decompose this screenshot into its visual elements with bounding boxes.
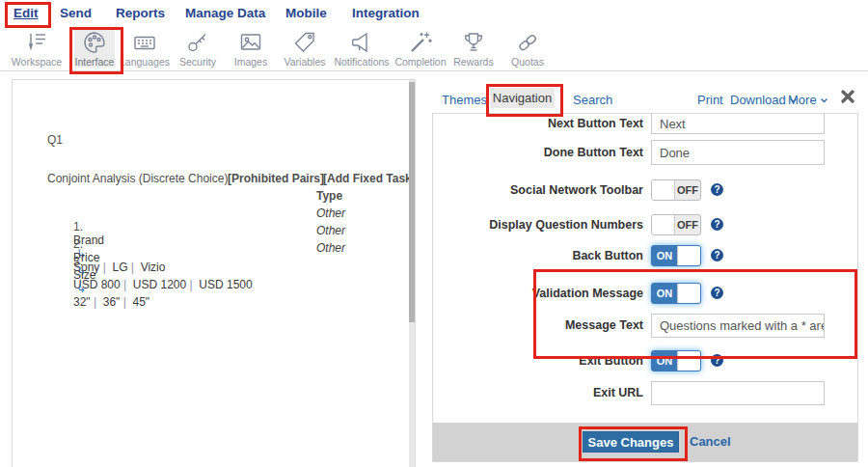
field-label: Exit Button <box>433 350 643 371</box>
notifications-icon <box>349 30 374 55</box>
help-icon[interactable]: ? <box>711 354 723 367</box>
social-network-toolbar-toggle[interactable]: OFF <box>651 179 701 201</box>
toggle-knob <box>677 284 700 303</box>
print-link[interactable]: Print <box>697 93 723 107</box>
prohibited-pairs-link[interactable]: [Prohibited Pairs] <box>228 172 324 185</box>
help-icon[interactable]: ? <box>711 218 723 231</box>
help-icon[interactable]: ? <box>711 183 723 196</box>
tab-navigation[interactable]: Navigation <box>490 88 555 108</box>
field-label: Display Question Numbers <box>433 214 643 235</box>
field-label: Exit URL <box>433 381 643 405</box>
toolbar-label: Quotas <box>511 56 544 68</box>
more-label: More <box>788 93 817 107</box>
toggle-state: ON <box>652 351 677 371</box>
toggle-knob <box>652 215 675 234</box>
preview-scrollbar[interactable] <box>409 80 415 467</box>
workspace-icon <box>24 30 49 55</box>
exit-button-toggle[interactable]: ON <box>651 350 701 371</box>
message-text-input[interactable] <box>651 314 825 338</box>
nav-item-manage-data[interactable]: Manage Data <box>185 6 265 20</box>
navigation-settings-form: Next Button Text Done Button Text Social… <box>432 113 858 462</box>
question-type-label: Conjoint Analysis (Discrete Choice) <box>47 172 228 185</box>
back-button-toggle[interactable]: ON <box>651 245 701 266</box>
field-label: Done Button Text <box>433 140 643 165</box>
download-label: Download <box>730 93 786 107</box>
app-window: Edit Send Reports Manage Data Mobile Int… <box>0 0 868 467</box>
toolbar-item-quotas[interactable]: Quotas <box>484 30 571 68</box>
attribute-type: Other <box>316 206 345 220</box>
done-button-text-input[interactable] <box>651 140 825 165</box>
question-code: Q1 <box>47 133 63 147</box>
chevron-down-icon <box>820 93 828 107</box>
toggle-state: ON <box>652 246 677 265</box>
nav-item-reports[interactable]: Reports <box>116 6 165 20</box>
help-icon[interactable]: ? <box>711 287 723 299</box>
more-link[interactable]: More <box>788 93 828 107</box>
tab-themes[interactable]: Themes <box>442 93 487 107</box>
field-label: Validation Message <box>433 283 643 304</box>
quotas-icon <box>515 30 540 55</box>
toggle-state: ON <box>652 284 677 303</box>
variables-icon <box>292 30 317 55</box>
next-button-text-input[interactable] <box>651 113 825 134</box>
help-icon[interactable]: ? <box>711 249 723 261</box>
nav-item-send[interactable]: Send <box>60 6 92 20</box>
scrollbar-thumb[interactable] <box>409 82 415 322</box>
rewards-icon <box>461 30 486 55</box>
nav-item-integration[interactable]: Integration <box>352 6 420 20</box>
attribute-values: 32" | 36" | 45" <box>73 295 149 309</box>
field-label: Social Network Toolbar <box>433 179 643 201</box>
close-icon[interactable] <box>840 89 857 106</box>
save-changes-button[interactable]: Save Changes <box>583 431 679 453</box>
validation-message-toggle[interactable]: ON <box>651 283 701 304</box>
type-column-header: Type <box>316 189 342 203</box>
toggle-knob <box>677 246 700 265</box>
toggle-state: OFF <box>675 215 700 234</box>
add-fixed-tasks-link[interactable]: [Add Fixed Tasks] <box>323 172 416 185</box>
attribute-name: Size <box>73 268 95 282</box>
attribute-row: 3. Size ↳ 32" | 36" | 45" <box>54 241 149 322</box>
edit-toolbar: Workspace Interface Languages Secur <box>0 27 868 71</box>
images-icon <box>238 30 263 55</box>
field-label: Message Text <box>433 314 643 338</box>
row-number: 3. <box>73 255 83 268</box>
tab-search[interactable]: Search <box>573 93 612 107</box>
form-footer: Save Changes Cancel <box>433 423 857 461</box>
field-label: Back Button <box>433 245 643 266</box>
field-label: Next Button Text <box>433 113 643 136</box>
nav-item-edit[interactable]: Edit <box>14 6 39 20</box>
display-question-numbers-toggle[interactable]: OFF <box>651 214 701 235</box>
nav-item-mobile[interactable]: Mobile <box>285 6 327 20</box>
toggle-state: OFF <box>675 180 700 200</box>
exit-url-input[interactable] <box>651 381 825 405</box>
survey-preview-panel: Q1 Conjoint Analysis (Discrete Choice) [… <box>12 79 416 467</box>
toggle-knob <box>677 351 700 371</box>
attribute-type: Other <box>316 224 345 237</box>
branch-arrow-icon: ↳ <box>73 282 89 295</box>
attribute-type: Other <box>316 241 345 255</box>
cancel-link[interactable]: Cancel <box>690 434 731 449</box>
toggle-knob <box>652 180 675 200</box>
